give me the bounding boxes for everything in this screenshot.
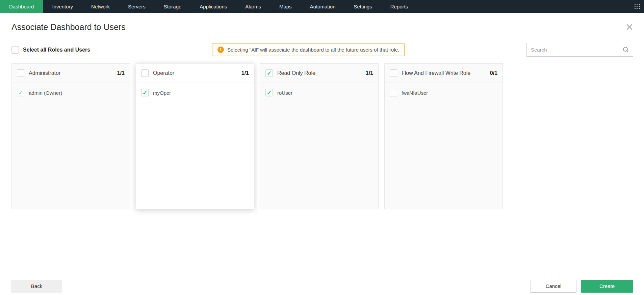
user-name: myOper [153,90,171,96]
back-button[interactable]: Back [11,280,62,293]
role-card-administrator: Administrator 1/1 admin (Owner) [11,63,130,209]
user-name: admin (Owner) [29,90,62,96]
role-cards-row: Administrator 1/1 admin (Owner) Operator… [0,57,644,209]
search-box [526,43,633,57]
role-count: 1/1 [241,70,249,76]
footer-actions: Cancel Create [531,280,633,293]
user-row: myOper [141,89,249,96]
nav-item-settings[interactable]: Settings [344,0,381,13]
select-all-checkbox[interactable] [11,46,19,54]
page-title: Associate Dashboard to Users [11,22,126,32]
search-icon[interactable] [623,47,629,53]
nav-item-network[interactable]: Network [82,0,119,13]
role-name: Flow And Firewall Write Role [402,70,486,76]
warning-banner: ! Selecting "All" will associate the das… [212,43,405,56]
role-name: Read Only Role [277,70,361,76]
nav-item-servers[interactable]: Servers [119,0,155,13]
role-checkbox[interactable] [265,69,273,77]
role-card-body: myOper [136,83,254,102]
nav-item-storage[interactable]: Storage [155,0,191,13]
role-name: Administrator [29,70,113,76]
user-checkbox[interactable] [390,89,397,96]
role-checkbox[interactable] [390,69,397,77]
nav-item-reports[interactable]: Reports [381,0,417,13]
user-checkbox[interactable] [265,89,273,96]
role-card-body: roUser [260,83,378,102]
user-row: fwaNfaUser [390,89,497,96]
role-count: 1/1 [366,70,373,76]
user-checkbox[interactable] [141,89,149,96]
cancel-button[interactable]: Cancel [531,280,576,293]
warning-text: Selecting "All" will associate the dashb… [227,47,399,53]
nav-item-maps[interactable]: Maps [270,0,301,13]
select-all-label: Select all Roles and Users [23,47,90,53]
top-navbar: Dashboard Inventory Network Servers Stor… [0,0,644,13]
nav-item-applications[interactable]: Applications [190,0,236,13]
create-button[interactable]: Create [581,280,633,293]
role-card-body: fwaNfaUser [385,83,503,102]
user-row: roUser [265,89,373,96]
search-input[interactable] [531,47,623,53]
role-card-header: Operator 1/1 [136,64,254,83]
nav-item-inventory[interactable]: Inventory [43,0,82,13]
nav-item-dashboard[interactable]: Dashboard [0,0,43,13]
select-all-roles: Select all Roles and Users [11,46,90,54]
controls-row: Select all Roles and Users ! Selecting "… [0,32,644,57]
role-name: Operator [153,70,237,76]
nav-item-automation[interactable]: Automation [301,0,345,13]
user-name: roUser [277,90,292,96]
user-name: fwaNfaUser [402,90,428,96]
role-card-header: Read Only Role 1/1 [260,64,378,83]
dialog-footer: Back Cancel Create [0,277,644,295]
role-card-read-only: Read Only Role 1/1 roUser [260,63,379,209]
warning-icon: ! [217,47,224,53]
close-icon[interactable]: × [626,22,633,32]
role-checkbox[interactable] [17,69,24,77]
user-row: admin (Owner) [17,89,125,96]
apps-grid-icon[interactable] [635,4,640,9]
role-card-body: admin (Owner) [12,83,130,102]
role-card-operator: Operator 1/1 myOper [136,63,254,209]
role-card-header: Administrator 1/1 [12,64,130,83]
role-card-header: Flow And Firewall Write Role 0/1 [385,64,503,83]
dialog-header: Associate Dashboard to Users × [0,13,644,32]
role-checkbox[interactable] [141,69,149,77]
user-checkbox [17,89,24,96]
role-card-flow-firewall: Flow And Firewall Write Role 0/1 fwaNfaU… [384,63,503,209]
nav-item-alarms[interactable]: Alarms [236,0,270,13]
role-count: 1/1 [117,70,125,76]
role-count: 0/1 [490,70,497,76]
